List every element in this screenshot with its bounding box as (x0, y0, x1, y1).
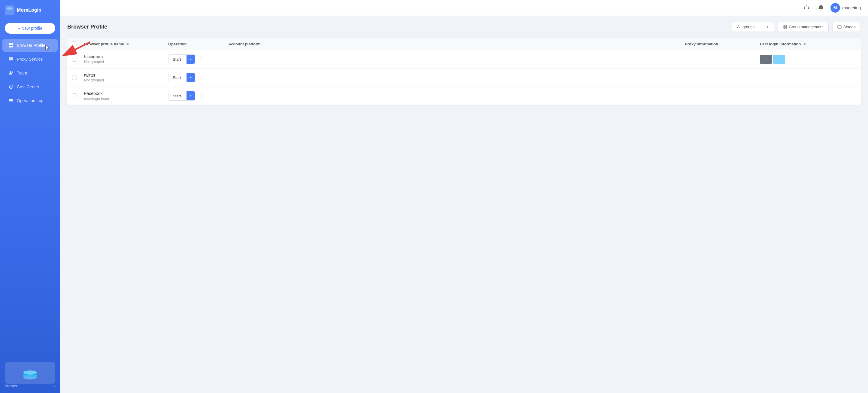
sidebar-item-label: Cost Center (17, 84, 39, 89)
header-checkbox[interactable] (72, 41, 77, 46)
sidebar-item-label: Operation Log (17, 98, 43, 103)
group-dropdown[interactable]: All groups ▼ (732, 22, 774, 32)
sidebar-item-browser-profile[interactable]: Browser Profile (2, 39, 58, 52)
logo-icon (5, 5, 14, 15)
logo-area: MoreLogin (0, 0, 60, 21)
start-label[interactable]: Start (168, 92, 187, 100)
svg-rect-17 (9, 100, 13, 101)
name-sort[interactable] (126, 43, 129, 46)
sidebar: MoreLogin + New profile Browser Profile (0, 0, 60, 393)
start-label[interactable]: Start (168, 55, 187, 63)
row-operation-cell: Start ⋮ (168, 54, 228, 64)
svg-rect-4 (9, 43, 11, 45)
svg-text:$: $ (10, 86, 12, 89)
profile-group: morelogin team (84, 96, 168, 101)
row-checkbox[interactable] (72, 93, 77, 98)
login-thumb-2 (773, 55, 785, 64)
row-checkbox-cell (72, 57, 84, 62)
svg-rect-23 (24, 375, 37, 377)
table-row: twitter Not grouped Start ⋮ (67, 68, 861, 87)
sidebar-nav: Browser Profile Proxy Service (0, 38, 60, 357)
svg-rect-16 (9, 99, 13, 100)
th-proxy-info: Proxy information (685, 42, 760, 46)
new-profile-button[interactable]: + New profile (5, 23, 55, 34)
svg-point-10 (12, 58, 13, 58)
svg-point-12 (10, 71, 11, 73)
header: M marketing (60, 0, 868, 16)
profiles-info: Profiles: / (5, 384, 55, 388)
table-row: Instagram Not grouped Start ⋮ (67, 50, 861, 68)
th-operation: Operation (168, 42, 228, 46)
screen-label: Screen (843, 25, 856, 29)
start-icon[interactable] (187, 73, 195, 82)
page-actions: All groups ▼ Group management (732, 22, 861, 32)
table-container: Browser profile name Operation Account p… (67, 38, 861, 105)
list-icon (8, 98, 14, 103)
group-dropdown-label: All groups (737, 25, 754, 29)
row-checkbox[interactable] (72, 57, 77, 62)
group-management-label: Group management (789, 25, 824, 29)
sidebar-item-label: Browser Profile (17, 43, 45, 48)
profile-name: twitter (84, 73, 168, 78)
start-icon[interactable] (187, 55, 195, 64)
svg-point-11 (12, 60, 13, 60)
sidebar-item-team[interactable]: Team (2, 67, 58, 79)
row-checkbox-cell (72, 75, 84, 80)
row-last-login-cell (760, 55, 844, 64)
row-checkbox[interactable] (72, 75, 77, 80)
svg-point-24 (24, 370, 37, 375)
grid-icon (8, 43, 14, 48)
svg-rect-27 (783, 25, 784, 27)
sidebar-item-operation-log[interactable]: Operation Log (2, 94, 58, 107)
screen-button[interactable]: Screen (832, 22, 861, 32)
screen-icon (837, 25, 842, 29)
sidebar-item-label: Proxy Service (17, 57, 43, 62)
table-row: Facebook morelogin team Start ⋮ (67, 87, 861, 105)
more-options-button[interactable]: ⋮ (198, 55, 206, 63)
row-operation-cell: Start ⋮ (168, 91, 228, 101)
svg-rect-5 (11, 43, 13, 45)
logo-text: MoreLogin (17, 7, 41, 13)
more-options-button[interactable]: ⋮ (198, 92, 206, 100)
server-icon (8, 57, 14, 62)
svg-rect-6 (9, 46, 11, 48)
table-header: Browser profile name Operation Account p… (67, 38, 861, 50)
row-checkbox-cell (72, 93, 84, 98)
user-badge[interactable]: M marketing (831, 3, 861, 12)
more-options-button[interactable]: ⋮ (198, 73, 206, 82)
svg-rect-29 (783, 27, 784, 29)
sidebar-item-proxy-service[interactable]: Proxy Service (2, 53, 58, 65)
play-icon (189, 76, 192, 79)
play-icon (189, 57, 192, 61)
chevron-down-icon: ▼ (766, 25, 769, 29)
login-thumbnails (760, 55, 844, 64)
start-button[interactable]: Start (168, 91, 195, 101)
th-account-platform: Account platform (228, 42, 685, 46)
login-thumb-1 (760, 55, 772, 64)
start-button[interactable]: Start (168, 73, 195, 82)
start-button[interactable]: Start (168, 54, 195, 64)
svg-rect-28 (785, 25, 786, 27)
start-label[interactable]: Start (168, 73, 187, 82)
th-last-login: Last login information (760, 42, 844, 46)
svg-rect-7 (11, 46, 13, 48)
promo-icon (21, 365, 39, 381)
page-header: Browser Profile All groups ▼ Group manag… (67, 22, 861, 32)
sidebar-item-cost-center[interactable]: $ Cost Center (2, 81, 58, 93)
headphone-button[interactable] (802, 3, 811, 12)
row-name-cell: twitter Not grouped (84, 73, 168, 82)
svg-rect-18 (9, 101, 13, 102)
last-login-sort[interactable] (803, 43, 806, 46)
profile-group: Not grouped (84, 78, 168, 82)
th-checkbox (72, 41, 84, 46)
svg-point-13 (12, 71, 13, 73)
notification-button[interactable] (816, 3, 826, 12)
profile-group: Not grouped (84, 60, 168, 64)
start-icon[interactable] (187, 91, 195, 100)
row-name-cell: Facebook morelogin team (84, 91, 168, 101)
dollar-icon: $ (8, 84, 14, 90)
row-operation-cell: Start ⋮ (168, 73, 228, 82)
svg-rect-30 (785, 27, 786, 29)
main-content-wrapper: M marketing Browser Profile All groups ▼ (60, 0, 868, 393)
group-management-button[interactable]: Group management (778, 22, 829, 32)
